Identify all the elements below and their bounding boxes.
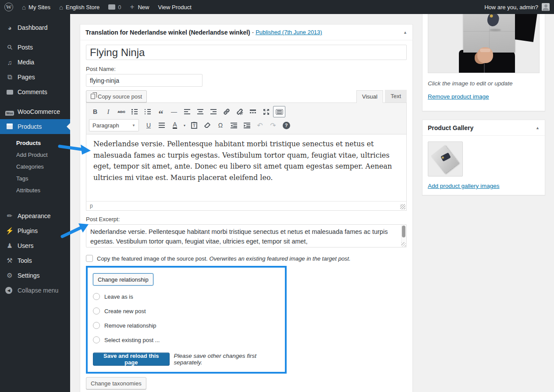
outdent-button[interactable] [227, 120, 240, 131]
site-menu[interactable]: ⌂ English Store [55, 0, 104, 14]
plus-icon: + [130, 3, 135, 11]
post-excerpt-textarea[interactable]: Nederlandse versie. Pellentesque habitan… [86, 224, 407, 247]
indent-button[interactable] [241, 120, 253, 131]
paragraph-format-select[interactable]: Paragraph ▼ [89, 119, 139, 131]
published-link[interactable]: Published (7th June 2013) [256, 29, 322, 35]
copy-source-post-label: Copy source post [98, 93, 142, 100]
copy-featured-image-checkbox[interactable] [86, 255, 93, 262]
align-left-button[interactable] [181, 106, 193, 117]
translation-metabox: Translation for Nederlandse winkel (Nede… [80, 24, 413, 392]
outdent-icon [231, 123, 237, 128]
text-color-button[interactable]: A [169, 120, 181, 131]
sidebar-item-users[interactable]: ♟ Users [0, 238, 70, 253]
remove-relationship-radio[interactable] [93, 322, 100, 329]
bold-button[interactable]: B [89, 106, 101, 117]
read-more-button[interactable] [247, 106, 259, 117]
redo-button[interactable]: ↷ [267, 120, 279, 131]
bullet-list-button[interactable] [128, 106, 141, 117]
submenu-item-tags[interactable]: Tags [0, 173, 70, 184]
leave-as-is-radio[interactable] [93, 293, 100, 300]
sidebar-item-label: Dashboard [18, 24, 48, 31]
clear-formatting-button[interactable] [201, 120, 213, 131]
save-and-reload-button[interactable]: Save and reload this page [93, 353, 170, 366]
comments-shortcut[interactable]: 0 [104, 0, 125, 14]
italic-button[interactable]: I [102, 106, 114, 117]
help-button[interactable]: ? [280, 120, 292, 131]
link-button[interactable] [220, 106, 233, 117]
tab-visual[interactable]: Visual [356, 90, 383, 103]
underline-button[interactable]: U [142, 120, 155, 131]
create-new-post-radio[interactable] [93, 307, 100, 314]
justify-button[interactable] [156, 120, 168, 131]
editor-content-area[interactable]: Nederlandse versie. Pellentesque habitan… [86, 134, 406, 201]
post-name-input[interactable] [86, 74, 202, 87]
submenu-item-categories[interactable]: Categories [0, 161, 70, 173]
unlink-button[interactable] [234, 106, 246, 117]
product-gallery-panel: Product Gallery ▲ Add product gallery im… [422, 120, 545, 195]
change-taxonomies-button[interactable]: Change taxonomies [86, 377, 146, 389]
sidebar-item-media[interactable]: ♫ Media [0, 55, 70, 70]
fullscreen-button[interactable] [260, 106, 272, 117]
admin-bar-account[interactable]: How are you, admin? [484, 3, 554, 11]
copy-source-post-button[interactable]: Copy source post [86, 90, 147, 102]
change-relationship-label: Change relationship [98, 276, 149, 283]
gallery-thumbnail[interactable] [428, 141, 463, 177]
blockquote-button[interactable]: “ [155, 106, 167, 117]
view-product-link[interactable]: View Product [153, 0, 195, 14]
sidebar-item-tools[interactable]: ⚒ Tools [0, 253, 70, 268]
link-icon [223, 108, 230, 115]
sidebar-item-woocommerce[interactable]: Woo WooCommerce [0, 104, 70, 119]
submenu-item-attributes[interactable]: Attributes [0, 184, 70, 196]
collapse-menu-button[interactable]: ◀ Collapse menu [0, 283, 70, 298]
product-featured-image[interactable] [428, 14, 540, 73]
featured-image-ninja-shadow [490, 29, 501, 31]
select-existing-post-radio[interactable] [93, 336, 100, 343]
editor-resize-handle[interactable] [400, 204, 405, 209]
sidebar-item-label: WooCommerce [18, 108, 60, 115]
element-path: p [90, 203, 93, 209]
sidebar-item-settings[interactable]: ⚙ Settings [0, 268, 70, 283]
copy-featured-image-label: Copy the featured image of the source po… [97, 255, 351, 262]
featured-image-caption: Click the image to edit or update [428, 80, 540, 87]
gallery-collapse-toggle-icon[interactable]: ▲ [536, 126, 540, 130]
sidebar-item-comments[interactable]: Comments [0, 85, 70, 99]
add-gallery-images-link[interactable]: Add product gallery images [428, 183, 500, 189]
remove-product-image-link[interactable]: Remove product image [428, 93, 489, 100]
wordpress-menu[interactable]: W [0, 0, 18, 14]
sidebar-item-appearance[interactable]: ✏ Appearance [0, 208, 70, 223]
horizontal-rule-button[interactable]: — [168, 106, 180, 117]
bullet-list-icon [131, 109, 138, 114]
tab-text[interactable]: Text [385, 90, 407, 102]
toolbar-toggle-button[interactable] [273, 106, 285, 117]
admin-sidebar: ◕ Dashboard ⚲ Posts ♫ Media ⧉ Pages Comm… [0, 14, 70, 392]
text-color-dropdown[interactable]: ▾ [182, 120, 187, 131]
align-center-button[interactable] [194, 106, 206, 117]
align-right-button[interactable] [207, 106, 220, 117]
submenu-item-add-product[interactable]: Add Product [0, 149, 70, 161]
special-character-button[interactable]: Ω [214, 120, 227, 131]
excerpt-resize-handle[interactable] [401, 242, 406, 247]
save-row: Save and reload this page Please save ot… [93, 353, 280, 366]
undo-button[interactable]: ↶ [254, 120, 266, 131]
submenu-item-products[interactable]: Products [0, 137, 70, 149]
strikethrough-button[interactable]: ABC [115, 106, 128, 117]
my-sites-menu[interactable]: ⌂ My Sites [18, 0, 55, 14]
sidebar-item-products[interactable]: Products [0, 119, 70, 134]
sidebar-item-dashboard[interactable]: ◕ Dashboard [0, 20, 70, 35]
sidebar-item-posts[interactable]: ⚲ Posts [0, 40, 70, 55]
sidebar-item-label: Tools [18, 257, 32, 264]
sidebar-item-pages[interactable]: ⧉ Pages [0, 70, 70, 85]
collapse-toggle-icon[interactable]: ▲ [403, 30, 407, 35]
change-relationship-button[interactable]: Change relationship [93, 273, 153, 286]
save-note: Please save other changes first separate… [174, 353, 280, 366]
product-gallery-title: Product Gallery [428, 124, 473, 131]
post-title-input[interactable] [86, 45, 407, 60]
excerpt-scrollbar-thumb[interactable] [402, 226, 405, 237]
paste-as-text-button[interactable]: T [188, 120, 200, 131]
numbered-list-button[interactable] [142, 106, 154, 117]
new-menu[interactable]: + New [126, 0, 154, 14]
toolbar-row-2: Paragraph ▼ U A ▾ T Ω [89, 118, 404, 132]
comments-count: 0 [118, 4, 121, 11]
sidebar-item-plugins[interactable]: ⚡ Plugins [0, 223, 70, 238]
paragraph-format-value: Paragraph [92, 122, 119, 129]
